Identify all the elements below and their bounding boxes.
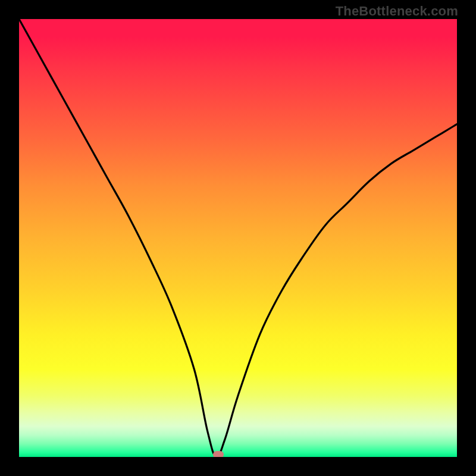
optimal-point-marker (213, 451, 224, 457)
bottleneck-curve (19, 19, 457, 457)
watermark-text: TheBottleneck.com (336, 4, 458, 19)
chart-frame: TheBottleneck.com (0, 0, 476, 476)
plot-area (19, 19, 457, 457)
